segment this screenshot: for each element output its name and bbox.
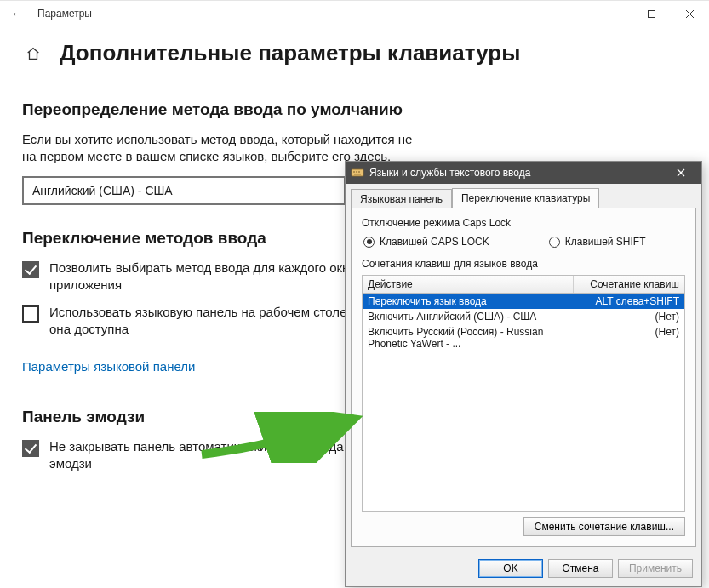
capslock-group-label: Отключение режима Caps Lock [362, 217, 685, 229]
svg-rect-1 [649, 10, 655, 17]
svg-rect-8 [354, 174, 361, 174]
cancel-button[interactable]: Отмена [548, 559, 613, 578]
tab-keyboard-switching[interactable]: Переключение клавиатуры [452, 188, 599, 208]
section-override-heading: Переопределение метода ввода по умолчани… [22, 100, 687, 119]
window-title: Параметры [37, 8, 92, 20]
dialog-footer: OK Отмена Применить [346, 552, 701, 586]
radio-shift-label: Клавишей SHIFT [565, 236, 646, 248]
dialog-close-button[interactable] [666, 162, 696, 184]
language-bar-label: Использовать языковую панель на рабочем … [49, 304, 388, 339]
ok-button[interactable]: OK [478, 559, 543, 578]
list-item-shortcut: (Нет) [569, 326, 679, 350]
dropdown-value: Английский (США) - США [32, 184, 173, 197]
apply-button[interactable]: Применить [618, 559, 693, 578]
close-button[interactable] [671, 1, 709, 26]
per-window-checkbox[interactable] [22, 261, 39, 278]
default-input-dropdown[interactable]: Английский (США) - США [22, 176, 346, 205]
maximize-button[interactable] [632, 1, 671, 26]
per-window-label: Позволить выбирать метод ввода для каждо… [49, 260, 388, 294]
hotkeys-list[interactable]: Переключить язык ввода ALT слева+SHIFT В… [362, 294, 685, 512]
svg-point-5 [353, 171, 355, 173]
list-item-shortcut: ALT слева+SHIFT [569, 295, 679, 307]
page-title: Дополнительные параметры клавиатуры [60, 40, 520, 66]
emoji-autoclose-checkbox[interactable] [22, 440, 39, 457]
tabstrip: Языковая панель Переключение клавиатуры [346, 184, 701, 208]
home-icon[interactable] [22, 43, 44, 65]
radio-dot-icon [549, 237, 560, 248]
text-services-dialog: Языки и службы текстового ввода Языковая… [345, 161, 702, 587]
col-shortcut: Сочетание клавиш [574, 276, 684, 293]
radio-capslock[interactable]: Клавишей CAPS LOCK [363, 236, 489, 248]
list-item-action: Переключить язык ввода [368, 295, 569, 307]
list-item[interactable]: Переключить язык ввода ALT слева+SHIFT [363, 294, 684, 309]
list-item-action: Включить Английский (США) - США [368, 311, 569, 323]
hotkeys-group-label: Сочетания клавиш для языков ввода [362, 258, 685, 270]
radio-dot-icon [363, 237, 375, 248]
language-bar-checkbox[interactable] [22, 305, 39, 323]
back-icon[interactable]: ← [7, 7, 27, 20]
col-action: Действие [363, 276, 574, 293]
tab-panel: Отключение режима Caps Lock Клавишей CAP… [351, 208, 696, 547]
list-item[interactable]: Включить Английский (США) - США (Нет) [363, 309, 684, 324]
tab-language-bar[interactable]: Языковая панель [351, 189, 452, 208]
minimize-button[interactable] [594, 1, 632, 26]
titlebar: ← Параметры [0, 1, 709, 26]
keyboard-icon [351, 166, 364, 180]
list-item-shortcut: (Нет) [569, 311, 679, 323]
list-item[interactable]: Включить Русский (Россия) - Russian Phon… [363, 324, 684, 351]
radio-capslock-label: Клавишей CAPS LOCK [380, 236, 489, 248]
radio-shift[interactable]: Клавишей SHIFT [549, 236, 646, 248]
emoji-autoclose-label: Не закрывать панель автоматически после … [49, 438, 388, 473]
hotkeys-header: Действие Сочетание клавиш [362, 275, 685, 294]
dialog-title: Языки и службы текстового ввода [369, 167, 530, 179]
svg-point-7 [358, 171, 360, 173]
svg-rect-4 [352, 169, 363, 176]
change-shortcut-button[interactable]: Сменить сочетание клавиш... [523, 517, 685, 536]
svg-point-6 [356, 171, 357, 173]
language-bar-options-link[interactable]: Параметры языковой панели [22, 359, 195, 374]
list-item-action: Включить Русский (Россия) - Russian Phon… [368, 326, 569, 350]
dialog-titlebar: Языки и службы текстового ввода [346, 162, 701, 184]
